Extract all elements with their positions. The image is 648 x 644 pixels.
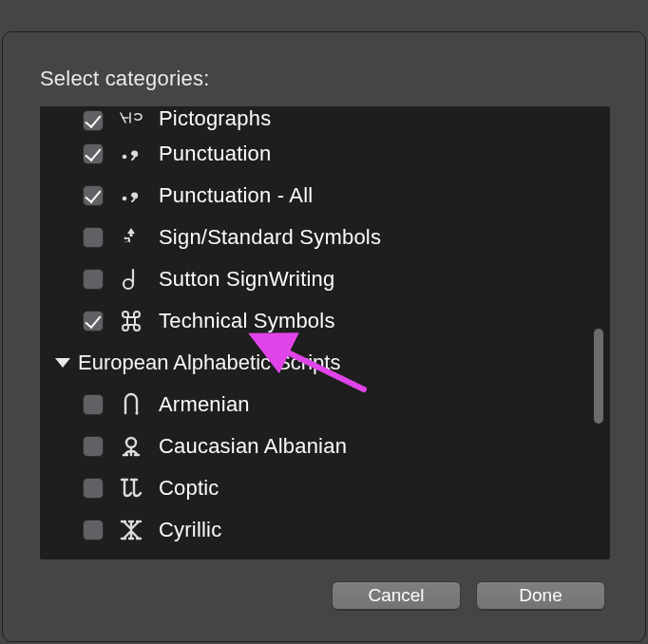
cancel-button-label: Cancel [368,585,424,606]
svg-point-6 [126,438,136,447]
category-row-cyrillic[interactable]: Cyrillic [40,509,610,551]
category-label: Cyrillic [159,518,221,542]
svg-point-0 [123,155,127,160]
coptic-icon [117,476,145,501]
punctuation-icon [117,142,145,166]
category-label: Sign/Standard Symbols [159,225,381,250]
category-label: Sutton SignWriting [159,267,334,292]
group-european-scripts[interactable]: European Alphabetic Scripts [40,342,610,384]
category-row-punctuation[interactable]: Punctuation [40,133,610,175]
armenian-icon [117,392,145,417]
category-row-pictographs[interactable]: Pictographs [40,106,610,133]
category-row-technical[interactable]: Technical Symbols [40,300,610,342]
svg-point-2 [123,197,127,201]
checkbox-pictographs[interactable] [83,110,104,131]
punctuation-icon [117,183,145,208]
dialog-buttons: Cancel Done [332,581,605,610]
category-label: Pictographs [159,106,271,131]
checkbox-armenian[interactable] [83,394,104,415]
checkbox-sutton[interactable] [83,269,104,290]
scrollbar[interactable] [592,106,607,559]
checkbox-punctuation[interactable] [83,143,104,164]
cancel-button[interactable]: Cancel [332,581,461,610]
category-label: Coptic [159,476,219,501]
category-label: Armenian [159,392,250,417]
category-label: Punctuation [159,142,271,166]
recycle-icon [117,225,145,250]
command-icon [117,309,145,333]
category-row-caucasian-albanian[interactable]: Caucasian Albanian [40,426,610,467]
dialog-window: Select categories: Pictographs Punctuati… [2,31,646,642]
checkbox-sign-standard[interactable] [83,227,104,248]
checkbox-cyrillic[interactable] [83,520,104,540]
checkbox-caucasian-albanian[interactable] [83,436,104,457]
done-button-label: Done [519,585,562,606]
caucasian-albanian-icon [117,434,145,459]
done-button[interactable]: Done [476,581,605,610]
dialog-title: Select categories: [40,66,209,91]
category-row-sign-standard[interactable]: Sign/Standard Symbols [40,217,610,258]
svg-point-1 [132,152,137,157]
category-label: Caucasian Albanian [159,434,347,459]
category-label: Punctuation - All [159,183,313,208]
group-label: European Alphabetic Scripts [78,350,340,375]
category-row-coptic[interactable]: Coptic [40,467,610,509]
category-row-punctuation-all[interactable]: Punctuation - All [40,175,610,217]
sutton-icon [117,267,145,292]
category-label: Technical Symbols [159,309,335,333]
svg-point-3 [132,194,137,199]
checkbox-technical[interactable] [83,311,104,331]
category-list: Pictographs Punctuation Punctuation - Al… [40,106,610,559]
category-row-sutton[interactable]: Sutton SignWriting [40,258,610,300]
cyrillic-icon [117,518,145,542]
disclosure-triangle-icon[interactable] [55,358,70,368]
checkbox-coptic[interactable] [83,478,104,499]
checkbox-punctuation-all[interactable] [83,185,104,206]
category-row-armenian[interactable]: Armenian [40,384,610,426]
category-list-inner[interactable]: Pictographs Punctuation Punctuation - Al… [40,106,610,559]
svg-point-4 [124,279,133,289]
scrollbar-thumb[interactable] [594,329,603,424]
svg-point-5 [136,412,139,415]
pictographs-icon [117,106,145,131]
